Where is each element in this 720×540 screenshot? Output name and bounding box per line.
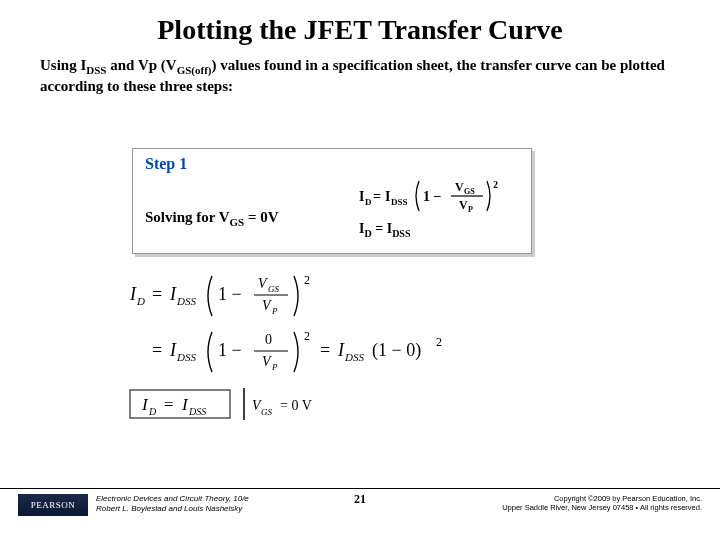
svg-text:DSS: DSS: [176, 351, 196, 363]
svg-text:I: I: [181, 395, 189, 414]
svg-text:GS: GS: [268, 284, 279, 294]
svg-text:I: I: [385, 189, 390, 204]
svg-text:I: I: [129, 284, 137, 304]
svg-text:V: V: [258, 276, 268, 291]
svg-text:V: V: [262, 298, 272, 313]
svg-text:=: =: [152, 284, 162, 304]
svg-text:DSS: DSS: [391, 197, 408, 207]
svg-text:(1 − 0): (1 − 0): [372, 340, 421, 361]
svg-text:= 0 V: = 0 V: [280, 398, 312, 413]
svg-text:P: P: [468, 205, 473, 214]
svg-text:D: D: [148, 406, 157, 417]
solving-for-text: Solving for VGS = 0V: [145, 187, 279, 228]
derivation-block: I D = I DSS 1 − V GS V P 2 = I DSS 1 − 0…: [120, 270, 580, 434]
svg-text:V: V: [459, 198, 468, 212]
step-box: Step 1 Solving for VGS = 0V I D = I DSS: [132, 148, 532, 254]
svg-text:1 −: 1 −: [218, 284, 242, 304]
svg-text:DSS: DSS: [176, 295, 196, 307]
svg-text:P: P: [271, 362, 278, 372]
svg-text:GS: GS: [464, 187, 475, 196]
svg-text:DSS: DSS: [344, 351, 364, 363]
step-formula-block: I D = I DSS 1 − V GS V: [359, 177, 519, 239]
svg-text:2: 2: [436, 335, 442, 349]
step-label: Step 1: [145, 155, 519, 173]
copyright-line2: Upper Saddle River, New Jersey 07458 • A…: [502, 503, 702, 512]
svg-text:2: 2: [304, 273, 310, 287]
svg-text:I: I: [359, 189, 364, 204]
slide: Plotting the JFET Transfer Curve Using I…: [0, 0, 720, 540]
svg-text:=: =: [164, 395, 174, 414]
svg-text:2: 2: [493, 179, 498, 190]
svg-text:I: I: [169, 284, 177, 304]
svg-text:V: V: [262, 354, 272, 369]
svg-text:0: 0: [265, 332, 272, 347]
intro-text: Using IDSS and Vp (VGS(off)) values foun…: [0, 46, 720, 97]
svg-text:V: V: [455, 180, 464, 194]
svg-text:=: =: [152, 340, 162, 360]
svg-text:DSS: DSS: [188, 406, 206, 417]
copyright-line1: Copyright ©2009 by Pearson Education, In…: [554, 494, 702, 503]
formula-transfer: I D = I DSS 1 − V GS V: [359, 177, 519, 215]
formula-result: ID = IDSS: [359, 221, 519, 239]
footer-rule: [0, 488, 720, 489]
page-title: Plotting the JFET Transfer Curve: [0, 0, 720, 46]
svg-text:I: I: [169, 340, 177, 360]
svg-text:=: =: [320, 340, 330, 360]
copyright: Copyright ©2009 by Pearson Education, In…: [502, 494, 702, 513]
svg-text:D: D: [365, 197, 372, 207]
svg-text:2: 2: [304, 329, 310, 343]
svg-text:P: P: [271, 306, 278, 316]
slide-footer: PEARSON Electronic Devices and Circuit T…: [0, 488, 720, 528]
svg-text:1 −: 1 −: [218, 340, 242, 360]
svg-text:=: =: [373, 189, 381, 204]
svg-text:I: I: [141, 395, 149, 414]
svg-text:D: D: [136, 295, 145, 307]
svg-text:GS: GS: [261, 407, 272, 417]
svg-text:I: I: [337, 340, 345, 360]
svg-text:1 −: 1 −: [423, 189, 442, 204]
